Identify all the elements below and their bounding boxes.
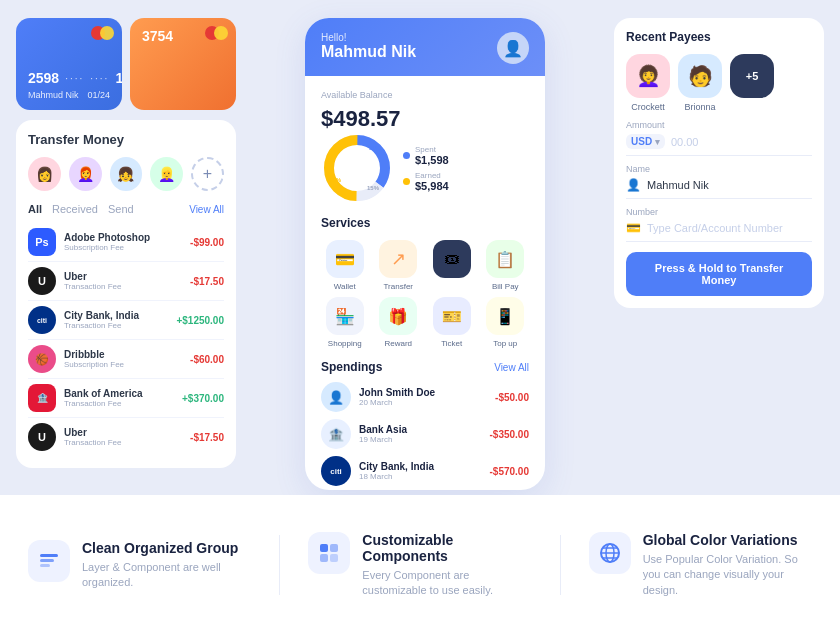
spend-bankasia[interactable]: 🏦 Bank Asia 19 March -$350.00 (321, 419, 529, 449)
tx-sub-uber2: Transaction Fee (64, 438, 182, 447)
user-name-main: Mahmud Nik (321, 43, 416, 61)
legend-spent-label: Spent (415, 145, 449, 154)
services-title: Services (321, 216, 529, 230)
spendings-title: Spendings (321, 360, 382, 374)
service-ticket[interactable]: 🎫 Ticket (428, 297, 476, 348)
payee-crockett[interactable]: 👩‍🦱 Crockett (626, 54, 670, 112)
payee-brionna[interactable]: 🧑 Brionna (678, 54, 722, 112)
tx-adobe[interactable]: Ps Adobe Photoshop Subscription Fee -$99… (28, 223, 224, 262)
tx-info-adobe: Adobe Photoshop Subscription Fee (64, 232, 182, 252)
card-dots: ···· (65, 73, 84, 84)
tx-citi[interactable]: citi City Bank, India Transaction Fee +$… (28, 301, 224, 340)
tab-received[interactable]: Received (52, 203, 98, 215)
transaction-tabs: All Received Send View All (28, 203, 224, 215)
service-billpay[interactable]: 📋 Bill Pay (482, 240, 530, 291)
svg-rect-13 (330, 554, 338, 562)
tx-uber2[interactable]: U Uber Transaction Fee -$17.50 (28, 418, 224, 456)
legend-earned: Earned $5,984 (403, 171, 449, 192)
card-orange-icon (205, 26, 228, 40)
tx-uber1[interactable]: U Uber Transaction Fee -$17.50 (28, 262, 224, 301)
donut-svg: 35% 41% 15% (321, 132, 393, 204)
number-placeholder[interactable]: Type Card/Account Number (647, 222, 783, 234)
mastercard-icon (91, 26, 114, 40)
service-reward[interactable]: 🎁 Reward (375, 297, 423, 348)
legend-earned-value: $5,984 (415, 180, 449, 192)
tx-sub-dribbble: Subscription Fee (64, 360, 182, 369)
service-wallet-label: Wallet (334, 282, 356, 291)
balance-amount: $498.57 (321, 106, 529, 132)
chart-row: 35% 41% 15% Spent $1,598 (321, 132, 529, 204)
tx-sub-uber1: Transaction Fee (64, 282, 182, 291)
service-ticket-label: Ticket (441, 339, 462, 348)
card-blue[interactable]: 2598 ···· ···· 1073 Mahmud Nik 01/24 (16, 18, 122, 110)
services-grid: 💳 Wallet ↗ Transfer 🎟 Voucher 📋 Bill Pay (321, 240, 529, 348)
service-wallet[interactable]: 💳 Wallet (321, 240, 369, 291)
add-avatar-button[interactable]: + (191, 157, 224, 191)
service-voucher-label: Voucher (437, 282, 466, 291)
payees-card: Recent Payees 👩‍🦱 Crockett 🧑 Brionna +5 (614, 18, 824, 308)
service-transfer[interactable]: ↗ Transfer (375, 240, 423, 291)
svg-rect-10 (320, 544, 328, 552)
spend-amount-john: -$50.00 (495, 392, 529, 403)
avatar-row: 👩 👩‍🦰 👧 👱‍♀️ + (28, 157, 224, 191)
tx-logo-boa: 🏦 (28, 384, 56, 412)
tab-all[interactable]: All (28, 203, 42, 215)
legend-dot-spent (403, 152, 410, 159)
payee-more[interactable]: +5 (730, 54, 774, 112)
card-header: Hello! Mahmud Nik 👤 (305, 18, 545, 76)
service-topup[interactable]: 📱 Top up (482, 297, 530, 348)
tx-info-uber1: Uber Transaction Fee (64, 271, 182, 291)
svg-text:41%: 41% (329, 177, 342, 183)
feature-global-text: Global Color Variations Use Popular Colo… (643, 532, 812, 598)
payee-avatar-crockett: 👩‍🦱 (626, 54, 670, 98)
currency-chevron-icon: ▾ (655, 137, 660, 147)
tx-name-boa: Bank of America (64, 388, 174, 399)
ticket-icon-box: 🎫 (433, 297, 471, 335)
tab-send[interactable]: Send (108, 203, 134, 215)
feature-customizable-title: Customizable Components (362, 532, 531, 564)
tx-name-adobe: Adobe Photoshop (64, 232, 182, 243)
payees-title: Recent Payees (626, 30, 812, 44)
payee-row: 👩‍🦱 Crockett 🧑 Brionna +5 (626, 54, 812, 112)
spend-amount-bankasia: -$350.00 (490, 429, 529, 440)
customizable-icon (308, 532, 350, 574)
avatar-3[interactable]: 👧 (110, 157, 143, 191)
tx-sub-citi: Transaction Fee (64, 321, 168, 330)
svg-rect-7 (40, 554, 58, 557)
transfer-title: Transfer Money (28, 132, 224, 147)
tx-amount-citi: +$1250.00 (176, 315, 224, 326)
transfer-money-button[interactable]: Press & Hold to Transfer Money (626, 252, 812, 296)
service-shop-label: Shopping (328, 339, 362, 348)
svg-rect-11 (330, 544, 338, 552)
svg-rect-9 (40, 564, 50, 567)
avatar-4[interactable]: 👱‍♀️ (150, 157, 183, 191)
tx-boa[interactable]: 🏦 Bank of America Transaction Fee +$370.… (28, 379, 224, 418)
name-field-row: 👤 Mahmud Nik (626, 178, 812, 199)
tx-dribbble[interactable]: 🏀 Dribbble Subscription Fee -$60.00 (28, 340, 224, 379)
tx-logo-citi: citi (28, 306, 56, 334)
tx-logo-adobe: Ps (28, 228, 56, 256)
hello-text: Hello! (321, 32, 416, 43)
spend-john[interactable]: 👤 John Smith Doe 20 March -$50.00 (321, 382, 529, 412)
currency-badge[interactable]: USD ▾ (626, 134, 665, 149)
payee-name-crockett: Crockett (631, 102, 665, 112)
card-dots2: ···· (90, 73, 109, 84)
service-topup-label: Top up (493, 339, 517, 348)
spendings-view-all[interactable]: View All (494, 362, 529, 373)
avatar-2[interactable]: 👩‍🦰 (69, 157, 102, 191)
card-icon: 💳 (626, 221, 641, 235)
spend-citybank[interactable]: citi City Bank, India 18 March -$570.00 (321, 456, 529, 486)
feature-clean-title: Clean Organized Group (82, 540, 251, 556)
name-field-value[interactable]: Mahmud Nik (647, 179, 709, 191)
view-all-link[interactable]: View All (189, 204, 224, 215)
card-extra: 1073 (115, 70, 122, 86)
transfer-section: Transfer Money 👩 👩‍🦰 👧 👱‍♀️ + All Receiv… (16, 120, 236, 468)
reward-icon-box: 🎁 (379, 297, 417, 335)
spend-info-bankasia: Bank Asia 19 March (359, 424, 482, 444)
avatar-1[interactable]: 👩 (28, 157, 61, 191)
card-orange[interactable]: 3754 (130, 18, 236, 110)
service-shopping[interactable]: 🏪 Shopping (321, 297, 369, 348)
service-voucher[interactable]: 🎟 Voucher (428, 240, 476, 291)
feature-customizable-desc: Every Component are customizable to use … (362, 568, 531, 599)
right-panel: Recent Payees 👩‍🦱 Crockett 🧑 Brionna +5 (614, 18, 824, 490)
